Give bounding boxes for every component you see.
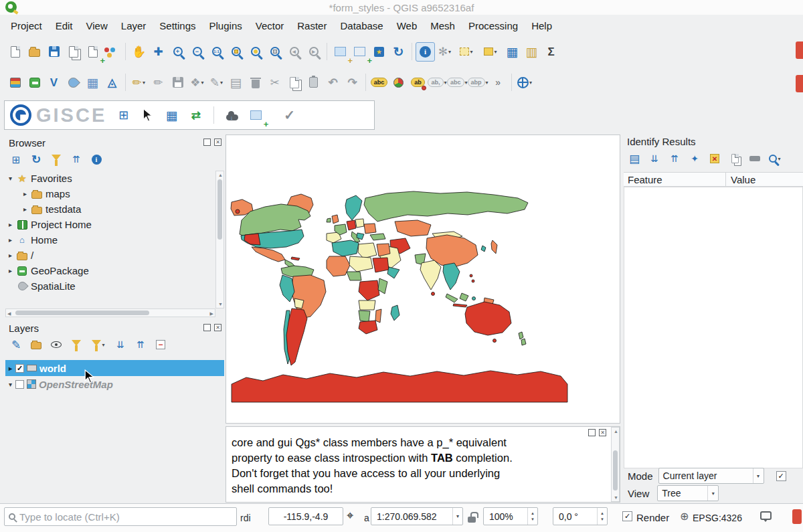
add-spatialite-layer-button[interactable] — [64, 73, 83, 92]
remove-layer-button[interactable]: − — [153, 337, 169, 353]
properties-widget-button[interactable]: i — [88, 151, 104, 167]
expander-closed-icon[interactable]: ▸ — [5, 365, 15, 372]
menu-vector[interactable]: Vector — [249, 17, 291, 34]
clipped-toolbar-icon[interactable] — [796, 75, 803, 92]
close-panel-icon[interactable]: ✕ — [214, 324, 221, 331]
expander-closed-icon[interactable]: ▸ — [5, 221, 15, 228]
layer-styling-button[interactable]: ✎ — [8, 337, 24, 353]
browser-item-spatialite[interactable]: SpatiaLite — [5, 278, 215, 294]
expander-closed-icon[interactable]: ▸ — [5, 267, 15, 274]
mode-combobox[interactable]: Current layer ▾ — [658, 468, 764, 484]
current-edits-button[interactable]: ✏▾ — [129, 73, 149, 92]
magnifier-spinbox[interactable]: 100% ▲▼ — [483, 507, 538, 525]
scroll-left-icon[interactable]: ◀ — [7, 311, 11, 316]
new-3d-map-view-button[interactable]: + — [350, 42, 369, 62]
layer-tree-button[interactable]: ⊞ — [114, 106, 133, 125]
menu-mesh[interactable]: Mesh — [424, 17, 462, 34]
gisce-table-button[interactable]: ▦ — [162, 106, 181, 125]
filter-legend-button[interactable] — [68, 337, 84, 353]
zoom-in-button[interactable]: + — [168, 42, 187, 62]
expander-closed-icon[interactable]: ▸ — [5, 252, 15, 259]
expand-tree-button[interactable]: ⇊ — [646, 151, 662, 167]
float-panel-icon[interactable] — [203, 139, 211, 146]
auto-open-form-checkbox[interactable]: ✓ — [776, 471, 786, 481]
clear-results-button[interactable]: ✕ — [707, 151, 723, 167]
feature-column-header[interactable]: Feature — [628, 174, 662, 185]
add-vector-layer-button[interactable]: V — [44, 73, 64, 92]
web-tools-button[interactable]: ▾ — [515, 73, 535, 92]
browser-horizontal-scrollbar[interactable]: ◀ ▶ — [5, 308, 215, 317]
run-feature-action-button[interactable]: ✻▾ — [435, 42, 454, 62]
scroll-down-icon[interactable]: ▼ — [218, 302, 223, 306]
coordinate-box[interactable]: -115.9,-4.9 — [268, 507, 343, 525]
browser-item-home[interactable]: ▸ ⌂ Home — [5, 232, 215, 248]
gisce-sync-button[interactable]: ⇄ — [186, 106, 205, 125]
messages-bubble-icon[interactable] — [760, 511, 772, 520]
highlight-labels-button[interactable]: ab,▾ — [428, 73, 447, 92]
expander-closed-icon[interactable]: ▸ — [20, 205, 30, 213]
scroll-right-icon[interactable]: ▶ — [210, 311, 213, 316]
menu-edit[interactable]: Edit — [49, 17, 80, 34]
value-column-header[interactable]: Value — [731, 174, 755, 185]
add-raster-layer-button[interactable]: ▦ — [83, 73, 102, 92]
locator-search[interactable] — [4, 507, 237, 526]
layer-diagram-button[interactable] — [389, 73, 408, 92]
close-panel-icon[interactable]: ✕ — [214, 139, 221, 146]
browser-item-favorites[interactable]: ▾ ★ Favorites — [5, 171, 215, 186]
layer-item-world[interactable]: ▸ ✓ world — [5, 360, 224, 376]
spin-arrows-icon[interactable]: ▲▼ — [527, 508, 537, 525]
scale-combobox[interactable]: 1:270.069.582 ▾ — [371, 507, 463, 525]
float-panel-icon[interactable] — [203, 324, 211, 331]
new-map-view-button[interactable]: + — [331, 42, 350, 62]
toolbar-overflow-button[interactable]: » — [488, 73, 508, 92]
browser-item-geopackage[interactable]: ▸ GeoPackage — [5, 263, 215, 278]
filter-browser-button[interactable] — [48, 151, 64, 167]
validate-button[interactable]: ✓ — [280, 106, 299, 125]
zoom-to-selection-button[interactable] — [246, 42, 265, 62]
menu-plugins[interactable]: Plugins — [203, 17, 249, 34]
menu-processing[interactable]: Processing — [462, 17, 525, 34]
layer-item-openstreetmap[interactable]: ▾ OpenStreetMap — [5, 376, 224, 392]
spatial-bookmarks-button[interactable]: ★ — [369, 42, 389, 62]
add-selected-layers-button[interactable]: ⊞ — [8, 151, 24, 167]
save-edits-button[interactable] — [168, 73, 187, 92]
cloud-transfer-button[interactable] — [222, 106, 242, 125]
spin-arrows-icon[interactable]: ▲▼ — [597, 508, 607, 525]
menu-raster[interactable]: Raster — [290, 17, 333, 34]
modify-attributes-button[interactable]: ▤ — [226, 73, 246, 92]
expander-open-icon[interactable]: ▾ — [5, 381, 15, 388]
zoom-out-button[interactable]: − — [187, 42, 207, 62]
show-hide-labels-button[interactable]: abc▾ — [447, 73, 468, 92]
save-project-button[interactable] — [44, 42, 64, 62]
filter-expression-button[interactable]: ▾ — [88, 337, 108, 353]
manage-visibility-button[interactable] — [48, 337, 64, 353]
select-features-button[interactable]: ▾ — [454, 42, 478, 62]
scroll-down-icon[interactable]: ▼ — [614, 495, 618, 500]
rotation-spinbox[interactable]: 0,0 ° ▲▼ — [553, 507, 608, 525]
scroll-up-icon[interactable]: ▲ — [614, 429, 618, 434]
collapse-all-button[interactable]: ⇈ — [132, 337, 149, 353]
expander-open-icon[interactable]: ▾ — [5, 175, 15, 182]
expand-new-results-button[interactable]: ✦ — [687, 151, 703, 167]
expander-closed-icon[interactable]: ▸ — [5, 236, 15, 244]
identify-features-button[interactable]: i — [416, 42, 435, 62]
locator-input[interactable] — [19, 511, 213, 523]
pan-to-selection-button[interactable]: ✚ — [149, 42, 168, 62]
menu-settings[interactable]: Settings — [153, 17, 202, 34]
style-manager-button[interactable] — [102, 42, 122, 62]
menu-web[interactable]: Web — [390, 17, 424, 34]
print-results-button[interactable] — [747, 151, 763, 167]
close-panel-icon[interactable]: ✕ — [599, 429, 606, 436]
new-print-layout-button[interactable] — [64, 42, 83, 62]
collapse-all-button[interactable]: ⇈ — [68, 151, 84, 167]
menu-project[interactable]: Project — [4, 17, 49, 34]
new-project-button[interactable] — [5, 42, 25, 62]
copy-features-button[interactable] — [284, 73, 304, 92]
python-console-output[interactable]: ✕ core and gui Qgs* class members have a… — [226, 426, 620, 503]
undo-button[interactable]: ↶ — [323, 73, 343, 92]
open-attribute-table-button[interactable]: ▦ — [503, 42, 522, 62]
pointer-tool-button[interactable] — [138, 106, 157, 125]
render-checkbox[interactable]: ✓ — [622, 511, 632, 521]
zoom-native-button[interactable]: 1:1 — [207, 42, 226, 62]
zoom-full-button[interactable] — [226, 42, 246, 62]
